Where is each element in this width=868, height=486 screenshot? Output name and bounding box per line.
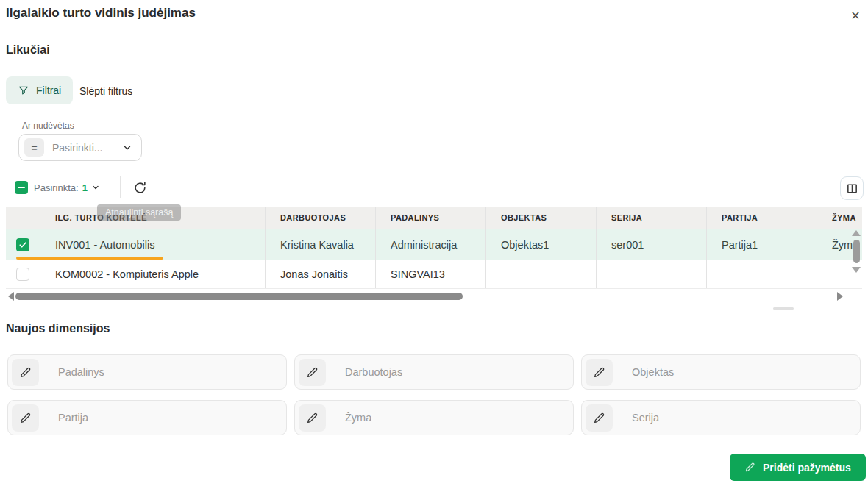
likuciai-heading: Likučiai — [6, 43, 50, 57]
columns-icon — [846, 182, 858, 195]
column-header[interactable]: OBJEKTAS — [485, 207, 596, 229]
cell-asset-card[interactable]: KOM0002 - Kompiuteris Apple — [6, 260, 265, 288]
vertical-scrollbar[interactable] — [850, 230, 862, 286]
row-checkbox-checked[interactable] — [16, 238, 29, 251]
selected-count-dropdown[interactable]: Pasirinkta: 1 — [34, 179, 100, 196]
filter-value-select[interactable]: = Pasirinkti... — [18, 134, 142, 161]
funnel-icon — [18, 85, 29, 96]
chevron-down-icon — [122, 143, 132, 153]
cell-employee[interactable]: Kristina Kavalia — [265, 229, 375, 260]
add-selected-button[interactable]: Pridėti pažymėtus — [730, 454, 866, 481]
filter-value-placeholder: Pasirinkti... — [52, 142, 102, 154]
hide-filters-link[interactable]: Slėpti filtrus — [79, 85, 132, 97]
field-placeholder: Darbuotojas — [345, 366, 402, 378]
cell-batch[interactable]: Partija1 — [706, 229, 817, 260]
scroll-right-arrow-icon[interactable] — [837, 292, 843, 301]
cell-object[interactable] — [485, 260, 596, 288]
vertical-scrollbar-thumb[interactable] — [853, 240, 860, 263]
pencil-icon — [12, 404, 39, 432]
column-header[interactable]: SERIJA — [596, 207, 706, 229]
indeterminate-minus-icon — [18, 187, 25, 189]
cell-series[interactable]: ser001 — [596, 229, 706, 260]
field-placeholder: Partija — [58, 412, 88, 424]
horizontal-scrollbar-thumb[interactable] — [15, 293, 463, 300]
scroll-down-arrow-icon[interactable] — [852, 267, 861, 273]
dimension-field-objektas[interactable]: Objektas — [581, 354, 861, 390]
cell-series[interactable] — [596, 260, 706, 288]
column-header[interactable]: PARTIJA — [706, 207, 817, 229]
assets-table: ILG. TURTO KORTELĖ DARBUOTOJAS PADALINYS… — [6, 207, 862, 304]
column-header[interactable]: DARBUOTOJAS — [265, 207, 375, 229]
dimensions-heading: Naujos dimensijos — [6, 322, 110, 335]
dimension-field-partija[interactable]: Partija — [7, 400, 287, 435]
pencil-icon — [586, 359, 613, 386]
cell-asset-card[interactable]: INV001 - Automobilis — [6, 229, 265, 260]
modal-title: Ilgalaikio turto vidinis judėjimas — [6, 6, 196, 21]
cell-object[interactable]: Objektas1 — [485, 229, 596, 260]
cell-employee[interactable]: Jonas Jonaitis — [265, 260, 375, 288]
add-selected-button-label: Pridėti pažymėtus — [763, 462, 851, 474]
refresh-tooltip: Atnaujinti sąrašą — [97, 204, 181, 221]
refresh-icon — [133, 181, 147, 195]
selected-count: 1 — [82, 182, 88, 193]
horizontal-scrollbar[interactable] — [6, 288, 862, 304]
table-resize-handle[interactable] — [773, 307, 794, 310]
pencil-icon — [12, 359, 39, 386]
equals-operator-icon[interactable]: = — [24, 138, 44, 157]
dimension-field-zyma[interactable]: Žyma — [294, 400, 574, 435]
select-all-checkbox[interactable] — [15, 181, 28, 194]
divider — [0, 168, 868, 168]
selected-label: Pasirinkta: — [34, 182, 79, 193]
pencil-icon — [299, 404, 326, 432]
divider — [0, 112, 868, 112]
chevron-down-icon — [91, 183, 100, 192]
field-placeholder: Padalinys — [58, 366, 104, 378]
cell-batch[interactable] — [706, 260, 817, 288]
dimension-field-padalinys[interactable]: Padalinys — [7, 354, 287, 390]
dimension-field-serija[interactable]: Serija — [581, 400, 861, 435]
toolbar-divider — [120, 176, 121, 198]
cell-department[interactable]: SINGVAI13 — [375, 260, 485, 288]
cell-department[interactable]: Administracija — [375, 229, 485, 260]
filters-button[interactable]: Filtrai — [6, 76, 73, 104]
refresh-button[interactable] — [131, 179, 149, 196]
check-icon — [18, 240, 27, 249]
field-placeholder: Serija — [632, 412, 659, 424]
column-settings-button[interactable] — [840, 176, 864, 200]
row-highlight-underline — [16, 257, 163, 260]
filter-field-label: Ar nudėvėtas — [22, 121, 74, 131]
pencil-icon — [744, 462, 755, 473]
pencil-icon — [586, 404, 613, 432]
scroll-up-arrow-icon[interactable] — [852, 230, 861, 236]
scroll-left-arrow-icon[interactable] — [8, 292, 14, 301]
column-header[interactable]: ŽYMA — [817, 207, 862, 229]
pencil-icon — [299, 359, 326, 386]
filters-button-label: Filtrai — [36, 85, 61, 96]
field-placeholder: Objektas — [632, 366, 674, 378]
modal-fixed-asset-internal-movement: Ilgalaikio turto vidinis judėjimas ✕ Lik… — [0, 0, 868, 486]
row-checkbox-unchecked[interactable] — [16, 268, 29, 281]
column-header[interactable]: PADALINYS — [375, 207, 485, 229]
field-placeholder: Žyma — [345, 412, 371, 424]
table-row[interactable]: KOM0002 - Kompiuteris Apple Jonas Jonait… — [6, 260, 862, 288]
close-icon[interactable]: ✕ — [846, 6, 865, 25]
dimension-field-darbuotojas[interactable]: Darbuotojas — [294, 354, 574, 390]
table-row[interactable]: INV001 - Automobilis Kristina Kavalia Ad… — [6, 229, 862, 260]
